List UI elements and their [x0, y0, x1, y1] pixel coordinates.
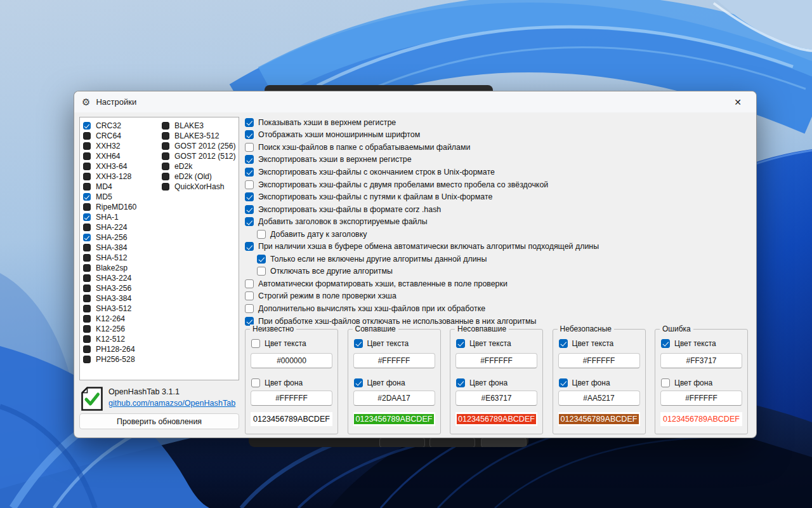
algorithm-item[interactable]: RipeMD160 [83, 202, 162, 212]
algorithm-item[interactable]: K12-264 [83, 314, 162, 324]
algorithm-checkbox[interactable] [162, 152, 169, 160]
option-checkbox[interactable] [245, 180, 254, 189]
algorithm-item[interactable]: K12-512 [83, 334, 162, 344]
bg-color-row[interactable]: Цвет фона [661, 378, 742, 387]
option-checkbox[interactable] [257, 230, 266, 239]
option-item[interactable]: При обработке хэш-файлов отключать не ис… [245, 315, 599, 328]
option-checkbox-checked[interactable] [245, 205, 254, 214]
algorithm-checkbox[interactable] [83, 295, 91, 302]
option-item[interactable]: Только если не включены другие алгоритмы… [257, 253, 599, 265]
github-link[interactable]: github.com/namazso/OpenHashTab [108, 399, 235, 408]
algorithm-item[interactable]: MD5 [83, 192, 162, 202]
bg-color-input[interactable]: #2DAA17 [353, 391, 435, 406]
text-color-checkbox[interactable] [251, 339, 260, 348]
text-color-row[interactable]: Цвет текста [251, 339, 332, 348]
algorithm-item[interactable]: MD4 [83, 182, 162, 192]
option-item[interactable]: Экспортировать хэши в верхнем регистре [245, 154, 599, 166]
algorithm-item[interactable]: GOST 2012 (256) [162, 141, 239, 151]
algorithm-checkbox[interactable] [83, 132, 91, 140]
option-checkbox[interactable] [257, 267, 266, 276]
algorithm-checkbox[interactable] [83, 163, 91, 170]
algorithm-item[interactable]: eD2k [162, 161, 239, 171]
bg-color-row[interactable]: Цвет фона [354, 378, 435, 387]
option-checkbox[interactable] [245, 304, 254, 313]
algorithm-checkbox[interactable] [83, 284, 91, 292]
algorithm-checkbox[interactable] [162, 173, 169, 180]
algorithm-item[interactable]: Blake2sp [83, 263, 162, 273]
option-item[interactable]: Строгий режим в поле проверки хэша [245, 290, 599, 303]
bg-color-checkbox-checked[interactable] [456, 378, 465, 387]
algorithm-checkbox[interactable] [83, 274, 91, 282]
text-color-input[interactable]: #FFFFFF [353, 353, 435, 368]
option-checkbox[interactable] [245, 143, 254, 152]
text-color-row[interactable]: Цвет текста [661, 339, 742, 348]
algorithm-checkbox[interactable] [162, 132, 169, 140]
algorithm-item[interactable]: SHA-384 [83, 243, 162, 253]
algorithm-checkbox[interactable] [83, 183, 91, 190]
check-updates-button[interactable]: Проверить обновления [79, 413, 239, 429]
algorithm-item[interactable]: SHA-224 [83, 222, 162, 232]
text-color-input[interactable]: #000000 [251, 353, 332, 368]
bg-color-input[interactable]: #AA5217 [558, 391, 640, 406]
algorithm-item[interactable]: CRC64 [83, 131, 162, 141]
text-color-input[interactable]: #FFFFFF [455, 353, 537, 368]
algorithm-checkbox[interactable] [83, 152, 91, 160]
option-item[interactable]: Добавить дату к заголовку [257, 228, 599, 241]
option-item[interactable]: При наличии хэша в буфере обмена автомат… [245, 240, 599, 253]
algorithm-item[interactable]: SHA3-384 [83, 293, 162, 304]
option-item[interactable]: Экспортировать хэш-файлы в формате corz … [245, 203, 599, 216]
option-item[interactable]: Показывать хэши в верхнем регистре [245, 116, 599, 129]
algorithm-item[interactable]: SHA3-512 [83, 304, 162, 314]
option-item[interactable]: Экспортировать хэш-файлы с путями к файл… [245, 190, 599, 203]
algorithm-checkbox[interactable] [83, 305, 91, 312]
algorithm-checkbox[interactable] [83, 254, 91, 262]
option-checkbox-checked[interactable] [245, 118, 254, 127]
option-checkbox-checked[interactable] [245, 168, 254, 177]
algorithm-item[interactable]: eD2k (Old) [162, 171, 239, 182]
algorithm-checkbox-checked[interactable] [83, 213, 91, 221]
text-color-input[interactable]: #FFFFFF [558, 353, 640, 368]
option-item[interactable]: Экспортировать хэш-файлы с двумя пробела… [245, 178, 599, 191]
option-checkbox-checked[interactable] [245, 217, 254, 226]
algorithm-checkbox[interactable] [83, 315, 91, 323]
background-window-button[interactable] [379, 438, 425, 447]
option-item[interactable]: Отображать хэши моноширинным шрифтом [245, 129, 599, 142]
algorithm-checkbox[interactable] [83, 325, 91, 333]
algorithm-item[interactable]: BLAKE3 [162, 121, 239, 131]
bg-color-checkbox-checked[interactable] [559, 378, 568, 387]
background-window-button[interactable] [481, 438, 527, 447]
algorithm-item[interactable]: XXH64 [83, 151, 162, 161]
algorithm-checkbox-checked[interactable] [83, 122, 91, 130]
option-item[interactable]: Отключать все другие алгоритмы [257, 265, 599, 278]
algorithm-item[interactable]: GOST 2012 (512) [162, 151, 239, 161]
bg-color-row[interactable]: Цвет фона [251, 378, 332, 387]
option-item[interactable]: Дополнительно вычислять хэш хэш-файлов п… [245, 302, 599, 315]
text-color-row[interactable]: Цвет текста [559, 339, 639, 348]
bg-color-row[interactable]: Цвет фона [559, 378, 639, 387]
algorithm-list[interactable]: CRC32CRC64XXH32XXH64XXH3-64XXH3-128MD4MD… [79, 117, 239, 380]
text-color-input[interactable]: #FF3717 [660, 353, 742, 368]
option-checkbox-checked[interactable] [245, 130, 254, 139]
algorithm-checkbox[interactable] [83, 356, 91, 363]
text-color-row[interactable]: Цвет текста [354, 339, 435, 348]
option-item[interactable]: Экспортировать хэш-файлы с окончанием ст… [245, 166, 599, 178]
bg-color-checkbox[interactable] [251, 378, 260, 387]
option-checkbox-checked[interactable] [257, 255, 266, 264]
algorithm-checkbox[interactable] [83, 335, 91, 343]
algorithm-item[interactable]: SHA-1 [83, 212, 162, 222]
bg-color-input[interactable]: #E63717 [455, 391, 537, 406]
algorithm-checkbox[interactable] [162, 163, 169, 170]
close-button[interactable]: ✕ [727, 91, 749, 112]
text-color-row[interactable]: Цвет текста [456, 339, 537, 348]
algorithm-checkbox[interactable] [83, 244, 91, 251]
bg-color-input[interactable]: #FFFFFF [251, 391, 332, 406]
algorithm-checkbox[interactable] [83, 203, 91, 211]
option-item[interactable]: Автоматически форматировать хэши, вставл… [245, 277, 599, 290]
option-checkbox-checked[interactable] [245, 192, 254, 201]
algorithm-checkbox[interactable] [83, 345, 91, 353]
algorithm-checkbox[interactable] [83, 264, 91, 272]
algorithm-item[interactable]: BLAKE3-512 [162, 131, 239, 141]
title-bar[interactable]: ⚙ Настройки ✕ [74, 91, 756, 112]
bg-color-input[interactable]: #FFFFFF [660, 391, 742, 406]
option-checkbox-checked[interactable] [245, 155, 254, 164]
